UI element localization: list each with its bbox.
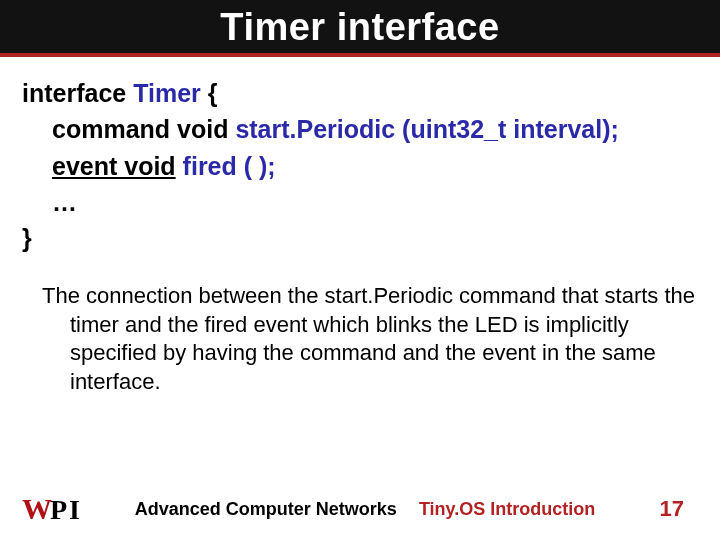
- wpi-logo: W P I: [22, 492, 80, 526]
- logo-P: P: [50, 494, 67, 526]
- title-bar: Timer interface: [0, 0, 720, 57]
- footer-course: Advanced Computer Networks: [135, 499, 397, 520]
- code-line-2: command void start.Periodic (uint32_t in…: [22, 111, 698, 147]
- slide: Timer interface interface Timer { comman…: [0, 0, 720, 540]
- code-line-ellipsis: …: [22, 184, 698, 220]
- kw-event-void: event void: [52, 152, 176, 180]
- slide-title: Timer interface: [0, 6, 720, 49]
- fired-event: fired ( );: [183, 152, 276, 180]
- page-number: 17: [650, 496, 684, 522]
- kw-command-void: command void: [52, 115, 228, 143]
- footer-topic: Tiny.OS Introduction: [419, 499, 595, 520]
- code-line-3: event void fired ( );: [22, 148, 698, 184]
- code-block: interface Timer { command void start.Per…: [0, 57, 720, 256]
- footer-center: Advanced Computer Networks Tiny.OS Intro…: [80, 499, 650, 520]
- kw-interface: interface: [22, 79, 126, 107]
- start-periodic: start.Periodic (uint32_t interval);: [235, 115, 618, 143]
- open-brace: {: [208, 79, 218, 107]
- footer: W P I Advanced Computer Networks Tiny.OS…: [0, 488, 720, 530]
- description-text: The connection between the start.Periodi…: [22, 282, 698, 396]
- logo-W: W: [22, 492, 52, 526]
- timer-name: Timer: [133, 79, 201, 107]
- close-brace: }: [22, 220, 698, 256]
- logo-I: I: [69, 494, 80, 526]
- code-line-1: interface Timer {: [22, 75, 698, 111]
- description-paragraph: The connection between the start.Periodi…: [0, 256, 720, 396]
